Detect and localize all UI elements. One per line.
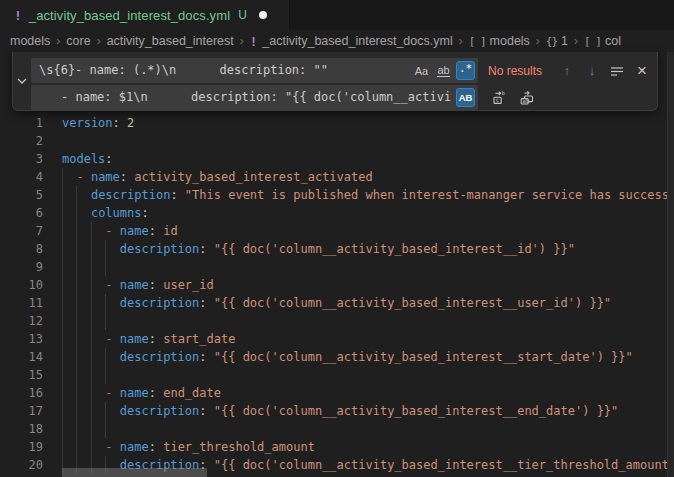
breadcrumb-label: col — [605, 34, 621, 48]
line-number: 20 — [0, 456, 43, 474]
tab-filename: _activity_based_interest_docs.yml — [29, 8, 230, 23]
breadcrumb-separator-icon: › — [97, 34, 101, 48]
line-number: 5 — [0, 186, 43, 204]
line-number: 3 — [0, 150, 43, 168]
code-line[interactable]: 13 - name: start_date — [0, 330, 667, 348]
symbol-object-icon: {} — [546, 35, 557, 48]
breadcrumb-item[interactable]: models — [10, 34, 50, 48]
line-content: - name: tier_threshold_amount — [62, 438, 315, 456]
breadcrumb-separator-icon: › — [574, 34, 578, 48]
match-case-toggle[interactable]: Aa — [412, 61, 431, 80]
line-content: - name: end_date — [62, 384, 221, 402]
line-content: - name: id — [62, 222, 178, 240]
line-number: 11 — [0, 294, 43, 312]
line-content: - name: user_id — [62, 276, 214, 294]
tab-bar: ! _activity_based_interest_docs.yml U — [0, 0, 674, 30]
code-line[interactable]: 18 — [0, 420, 667, 438]
modified-dot-icon[interactable] — [259, 11, 267, 19]
whole-word-toggle[interactable]: ab — [434, 61, 453, 80]
code-line[interactable]: 7 - name: id — [0, 222, 667, 240]
code-line[interactable]: 19 - name: tier_threshold_amount — [0, 438, 667, 456]
previous-match-button[interactable]: ↑ — [556, 60, 578, 82]
line-content: models: — [62, 150, 113, 168]
breadcrumb-separator-icon: › — [240, 34, 244, 48]
code-line[interactable]: 10 - name: user_id — [0, 276, 667, 294]
code-line[interactable]: 4 - name: activity_based_interest_activa… — [0, 168, 667, 186]
breadcrumb-label: _activity_based_interest_docs.yml — [262, 34, 452, 48]
line-number: 15 — [0, 366, 43, 384]
line-content: description: "{{ doc('column__activity_b… — [62, 294, 611, 312]
close-find-button[interactable]: × — [631, 60, 653, 82]
code-line[interactable]: 12 — [0, 312, 667, 330]
code-line[interactable]: 5 description: "This event is published … — [0, 186, 667, 204]
yaml-file-icon: ! — [14, 8, 22, 23]
breadcrumb-label: activity_based_interest — [107, 34, 234, 48]
code-line[interactable]: 15 — [0, 366, 667, 384]
breadcrumb-item[interactable]: !_activity_based_interest_docs.yml — [250, 34, 453, 49]
code-line[interactable]: 8 description: "{{ doc('column__activity… — [0, 240, 667, 258]
svg-text:b: b — [502, 90, 505, 96]
breadcrumb-item[interactable]: activity_based_interest — [107, 34, 234, 48]
code-line[interactable]: 2 — [0, 132, 667, 150]
replace-value-text: - name: $1\n description: "{{ doc('colum… — [39, 85, 452, 110]
find-results-status: No results — [488, 64, 556, 78]
breadcrumb-label: 1 — [561, 34, 568, 48]
tab-active-file[interactable]: ! _activity_based_interest_docs.yml U — [0, 0, 290, 30]
symbol-array-icon: [ ] — [469, 35, 486, 48]
line-number: 13 — [0, 330, 43, 348]
line-number: 1 — [0, 114, 43, 132]
breadcrumb-label: models — [490, 34, 530, 48]
code-line[interactable]: 17 description: "{{ doc('column__activit… — [0, 402, 667, 420]
code-line[interactable]: 3models: — [0, 150, 667, 168]
code-line[interactable]: 11 description: "{{ doc('column__activit… — [0, 294, 667, 312]
line-number: 8 — [0, 240, 43, 258]
find-in-selection-button[interactable] — [606, 60, 628, 82]
line-content: description: "{{ doc('column__activity_b… — [62, 240, 575, 258]
arrow-down-icon: ↓ — [589, 63, 596, 78]
code-line[interactable]: 1version: 2 — [0, 114, 667, 132]
line-content: - name: start_date — [62, 330, 235, 348]
line-number: 12 — [0, 312, 43, 330]
replace-all-button[interactable]: ab — [516, 87, 538, 109]
code-viewport[interactable]: 1version: 223models:4 - name: activity_b… — [0, 114, 667, 477]
selection-lines-icon — [609, 63, 625, 79]
git-untracked-badge: U — [238, 8, 247, 22]
arrow-up-icon: ↑ — [564, 63, 571, 78]
close-icon: × — [637, 62, 647, 79]
breadcrumb-item[interactable]: [ ]col — [584, 34, 621, 48]
breadcrumb-item[interactable]: [ ]models — [469, 34, 530, 48]
breadcrumb: models›core›activity_based_interest›!_ac… — [0, 30, 674, 52]
code-line[interactable]: 9 — [0, 258, 667, 276]
line-content: version: 2 — [62, 114, 134, 132]
code-line[interactable]: 6 columns: — [0, 204, 667, 222]
replace-all-icon: ab — [519, 90, 535, 106]
symbol-array-icon: [ ] — [584, 35, 601, 48]
line-content: - name: activity_based_interest_activate… — [62, 168, 373, 186]
line-number: 14 — [0, 348, 43, 366]
replace-icon: c b — [491, 90, 507, 106]
line-number: 6 — [0, 204, 43, 222]
code-line[interactable]: 16 - name: end_date — [0, 384, 667, 402]
preserve-case-toggle[interactable]: AB — [456, 88, 475, 107]
svg-text:c: c — [496, 96, 500, 103]
regex-toggle[interactable]: .* — [456, 61, 475, 80]
line-content: description: "{{ doc('column__activity_b… — [62, 402, 618, 420]
toggle-replace-button[interactable] — [13, 52, 31, 110]
find-input[interactable]: \s{6}- name: (.*)\n description: "" Aa a… — [31, 58, 478, 83]
scrollbar-gutter[interactable] — [667, 52, 674, 477]
breadcrumb-separator-icon: › — [56, 34, 60, 48]
next-match-button[interactable]: ↓ — [581, 60, 603, 82]
horizontal-scrollbar[interactable] — [62, 468, 207, 477]
code-line[interactable]: 14 description: "{{ doc('column__activit… — [0, 348, 667, 366]
editor-area[interactable]: 1version: 223models:4 - name: activity_b… — [0, 52, 674, 477]
replace-button[interactable]: c b — [488, 87, 510, 109]
line-number: 19 — [0, 438, 43, 456]
line-number: 10 — [0, 276, 43, 294]
replace-input[interactable]: - name: $1\n description: "{{ doc('colum… — [31, 85, 478, 110]
line-number: 16 — [0, 384, 43, 402]
breadcrumb-item[interactable]: core — [66, 34, 90, 48]
line-number: 7 — [0, 222, 43, 240]
breadcrumb-label: core — [66, 34, 90, 48]
line-number: 2 — [0, 132, 43, 150]
breadcrumb-item[interactable]: {}1 — [546, 34, 568, 48]
